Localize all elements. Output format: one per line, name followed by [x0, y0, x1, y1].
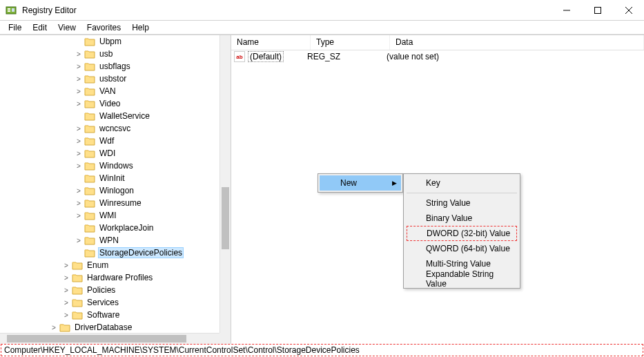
tree-item[interactable]: >Winresume [0, 197, 219, 209]
tree-expander-icon[interactable]: > [62, 299, 70, 307]
menu-edit[interactable]: Edit [27, 23, 52, 32]
folder-icon [72, 273, 83, 282]
status-bar: Computer\HKEY_LOCAL_MACHINE\SYSTEM\Curre… [1, 344, 643, 356]
tree-expander-icon[interactable]: > [75, 162, 83, 170]
tree-expander-icon[interactable]: > [75, 237, 83, 244]
tree-item[interactable]: WalletService [0, 110, 219, 122]
tree-item[interactable]: >VAN [0, 85, 219, 97]
tree-item[interactable]: StorageDevicePolicies [0, 247, 219, 259]
folder-icon [84, 198, 95, 208]
tree-item[interactable]: >Services [0, 296, 219, 309]
tree-item[interactable]: Ubpm [0, 35, 219, 48]
tree-item-label: Video [98, 99, 121, 108]
tree-item-label: usbflags [98, 61, 132, 71]
menu-item-binary-value[interactable]: Binary Value [405, 211, 518, 226]
list-header: Name Type Data [231, 35, 644, 50]
folder-icon [84, 186, 95, 195]
list-row[interactable]: ab (Default) REG_SZ (value not set) [231, 50, 644, 63]
folder-icon [72, 260, 83, 270]
tree-expander-icon[interactable]: > [75, 187, 83, 195]
tree-expander-icon[interactable]: > [75, 200, 83, 207]
menu-item-dword-32-bit-value[interactable]: DWORD (32-bit) Value [407, 226, 517, 241]
folder-icon [84, 37, 95, 46]
menu-item-new[interactable]: New ▶ [320, 175, 401, 191]
menu-item-label: Expandable String Value [426, 269, 513, 289]
menu-separator [407, 193, 517, 193]
close-button[interactable] [613, 0, 644, 20]
tree-expander-icon[interactable]: > [75, 50, 83, 58]
svg-rect-3 [12, 8, 14, 12]
context-submenu-new: KeyString ValueBinary ValueDWORD (32-bit… [403, 173, 520, 289]
tree-expander-icon[interactable]: > [75, 137, 83, 145]
tree-item[interactable]: WorkplaceJoin [0, 222, 219, 234]
tree-expander-icon[interactable]: > [62, 262, 70, 269]
column-name[interactable]: Name [231, 35, 311, 50]
tree-expander-icon[interactable]: > [75, 212, 83, 220]
tree-item[interactable]: >Policies [0, 284, 219, 296]
tree-item[interactable]: >wcncsvc [0, 122, 219, 135]
tree-expander-icon[interactable]: > [75, 100, 83, 108]
regedit-icon [6, 5, 17, 16]
menu-item-label: QWORD (64-bit) Value [426, 244, 510, 253]
folder-icon [84, 49, 95, 59]
tree-item[interactable]: >Hardware Profiles [0, 271, 219, 284]
menu-item-label: Binary Value [426, 213, 472, 223]
folder-icon [84, 136, 95, 146]
tree-horizontal-scrollbar[interactable] [0, 333, 219, 344]
maximize-button[interactable] [582, 0, 613, 20]
tree-expander-icon[interactable]: > [75, 125, 83, 133]
tree-expander-icon[interactable]: > [75, 150, 83, 157]
tree-expander-icon[interactable]: > [62, 287, 70, 294]
menu-item-label: DWORD (32-bit) Value [427, 229, 510, 238]
menu-item-label: Key [426, 178, 440, 188]
column-data[interactable]: Data [390, 35, 644, 50]
tree-item-label: StorageDevicePolicies [98, 247, 184, 258]
tree-expander-icon[interactable]: > [75, 75, 83, 83]
tree-expander-icon[interactable]: > [62, 274, 70, 282]
tree-item[interactable]: >Wdf [0, 135, 219, 147]
tree-vertical-scrollbar[interactable] [219, 35, 231, 333]
menu-item-label: New [340, 178, 357, 188]
folder-icon [84, 74, 95, 84]
menu-view[interactable]: View [52, 23, 81, 32]
menu-item-key[interactable]: Key [405, 175, 518, 191]
folder-icon [84, 223, 95, 233]
menu-help[interactable]: Help [126, 23, 155, 32]
tree-item[interactable]: >DriverDatabase [0, 321, 219, 333]
tree-item-label: Hardware Profiles [86, 273, 154, 282]
tree-item[interactable]: >Software [0, 309, 219, 321]
folder-icon [72, 298, 83, 307]
tree-expander-icon[interactable]: > [62, 311, 70, 319]
folder-icon [72, 285, 83, 295]
tree-item[interactable]: >Winlogon [0, 184, 219, 197]
tree-item-label: DriverDatabase [73, 322, 133, 332]
tree-item[interactable]: >usbstor [0, 73, 219, 85]
menu-file[interactable]: File [3, 23, 27, 32]
tree-item[interactable]: >usbflags [0, 60, 219, 73]
tree-expander-icon[interactable]: > [75, 88, 83, 95]
tree-item[interactable]: >WMI [0, 209, 219, 222]
menu-item-expandable-string-value[interactable]: Expandable String Value [405, 271, 518, 287]
menu-item-qword-64-bit-value[interactable]: QWORD (64-bit) Value [405, 241, 518, 256]
window-title: Registry Editor [22, 6, 551, 15]
column-type[interactable]: Type [311, 35, 390, 50]
tree-expander-icon[interactable]: > [50, 324, 58, 331]
tree-item[interactable]: >Video [0, 97, 219, 110]
menu-favorites[interactable]: Favorites [81, 23, 126, 32]
folder-icon [84, 211, 95, 220]
value-data: (value not set) [387, 52, 644, 61]
tree-item[interactable]: >WDI [0, 147, 219, 160]
folder-icon [84, 248, 95, 258]
tree-item[interactable]: >Windows [0, 160, 219, 172]
tree-item[interactable]: >usb [0, 48, 219, 60]
tree-item[interactable]: WinInit [0, 172, 219, 184]
tree-expander-icon[interactable]: > [75, 63, 83, 70]
minimize-button[interactable] [551, 0, 582, 20]
tree-item[interactable]: >Enum [0, 259, 219, 271]
submenu-arrow-icon: ▶ [392, 180, 397, 186]
folder-icon [84, 86, 95, 96]
tree-item[interactable]: >WPN [0, 234, 219, 247]
menu-item-label: Multi-String Value [426, 259, 491, 269]
tree-item-label: Software [86, 310, 121, 320]
menu-item-string-value[interactable]: String Value [405, 195, 518, 211]
